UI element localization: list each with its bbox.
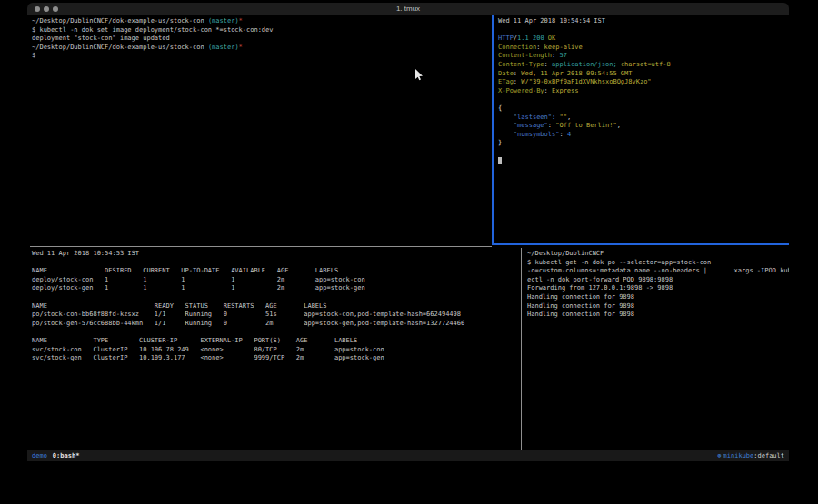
title-bar[interactable]: 1. tmux xyxy=(27,3,789,15)
kube-namespace: :default xyxy=(753,452,784,460)
pane-shell-top-left[interactable]: ~/Desktop/DublinCNCF/dok-example-us/stoc… xyxy=(27,15,492,247)
terminal-line: ETag: W/"39-0xBPf9aF1dXVNkhsxoBQgJ8vKzo" xyxy=(498,78,789,87)
zoom-button[interactable] xyxy=(53,6,58,12)
terminal-line: $ kubectl get -n dok po --selector=app=s… xyxy=(527,259,789,268)
pane-http-response[interactable]: Wed 11 Apr 2018 10:54:54 IST HTTP/1.1 20… xyxy=(494,15,789,243)
terminal-line: deploy/stock-con 1 1 1 1 2m app=stock-co… xyxy=(32,276,521,285)
terminal-line xyxy=(32,259,521,268)
tmux-status-bar: demo 0:bash* ⊛ minikube :default xyxy=(27,450,789,461)
terminal-line: po/stock-gen-576cc688bb-44kmn 1/1 Runnin… xyxy=(32,320,521,329)
terminal-line: NAME DESIRED CURRENT UP-TO-DATE AVAILABL… xyxy=(32,267,521,276)
minimize-button[interactable] xyxy=(44,6,49,12)
terminal-line xyxy=(498,26,789,35)
terminal-line: X-Powered-By: Express xyxy=(498,87,789,96)
active-pane-border-horizontal[interactable] xyxy=(492,243,789,245)
terminal-line: NAME READY STATUS RESTARTS AGE LABELS xyxy=(32,302,521,311)
terminal-line xyxy=(498,148,789,157)
terminal-line: svc/stock-gen ClusterIP 10.109.3.177 <no… xyxy=(32,354,521,363)
terminal-line: po/stock-con-bb68f88fd-kzsxz 1/1 Running… xyxy=(32,311,521,320)
terminal-line: Handling connection for 9898 xyxy=(527,293,789,302)
pane-border-vertical[interactable] xyxy=(521,248,522,450)
terminal-line xyxy=(498,95,789,104)
terminal-line: svc/stock-con ClusterIP 10.106.78.249 <n… xyxy=(32,346,521,355)
kube-helm-icon: ⊛ xyxy=(717,452,721,460)
terminal-line: Handling connection for 9898 xyxy=(527,302,789,311)
kube-context: minikube xyxy=(723,452,754,460)
terminal-line: -o=custom-columns=:metadata.name --no-he… xyxy=(527,267,789,276)
terminal-line: "message": "Off to Berlin!", xyxy=(498,122,789,131)
traffic-lights xyxy=(35,6,58,12)
terminal-line: } xyxy=(498,139,789,148)
pane-kubectl-watch[interactable]: Wed 11 Apr 2018 10:54:53 IST NAME DESIRE… xyxy=(27,248,521,450)
active-pane-border-vertical[interactable] xyxy=(492,15,494,245)
terminal-line: $ kubectl -n dok set image deployment/st… xyxy=(32,26,492,35)
terminal-line: { xyxy=(498,104,789,114)
session-name: demo xyxy=(32,452,47,460)
terminal-line: "lastseen": "", xyxy=(498,114,789,123)
terminal-line: Handling connection for 9898 xyxy=(527,311,789,320)
terminal-line: ectl -n dok port-forward POD 9898:9898 xyxy=(527,276,789,285)
terminal-line: deploy/stock-gen 1 1 1 1 2m app=stock-ge… xyxy=(32,284,521,293)
terminal-line xyxy=(32,293,521,302)
pane-border-horizontal[interactable] xyxy=(30,246,492,247)
terminal-line: Date: Wed, 11 Apr 2018 09:54:55 GMT xyxy=(498,70,789,79)
pane-port-forward[interactable]: ~/Desktop/DublinCNCF$ kubectl get -n dok… xyxy=(523,248,789,450)
terminal-line xyxy=(498,157,789,167)
block-cursor xyxy=(498,157,502,164)
terminal-line: Content-Type: application/json; charset=… xyxy=(498,61,789,70)
terminal-line: NAME TYPE CLUSTER-IP EXTERNAL-IP PORT(S)… xyxy=(32,337,521,346)
mouse-cursor xyxy=(414,69,424,81)
terminal-line xyxy=(32,328,521,337)
terminal-line: $ xyxy=(32,52,492,61)
terminal-line: Wed 11 Apr 2018 10:54:54 IST xyxy=(498,17,789,26)
terminal-line: Connection: keep-alive xyxy=(498,44,789,53)
terminal-line: ~/Desktop/DublinCNCF/dok-example-us/stoc… xyxy=(32,17,492,26)
window-title: 1. tmux xyxy=(27,3,789,15)
terminal-line: Wed 11 Apr 2018 10:54:53 IST xyxy=(32,250,521,259)
terminal-line: Content-Length: 57 xyxy=(498,52,789,61)
terminal-line: ~/Desktop/DublinCNCF/dok-example-us/stoc… xyxy=(32,44,492,53)
terminal-line: HTTP/1.1 200 OK xyxy=(498,35,789,44)
terminal-line: ~/Desktop/DublinCNCF xyxy=(527,250,789,259)
terminal-window: 1. tmux ~/Desktop/DublinCNCF/dok-example… xyxy=(27,3,789,461)
window-tab-bash[interactable]: 0:bash* xyxy=(53,452,80,460)
terminal-line: deployment "stock-con" image updated xyxy=(32,35,492,44)
terminal-line: "numsymbols": 4 xyxy=(498,131,789,140)
terminal-line: Forwarding from 127.0.0.1:9898 -> 9898 xyxy=(527,284,789,293)
close-button[interactable] xyxy=(35,6,40,12)
